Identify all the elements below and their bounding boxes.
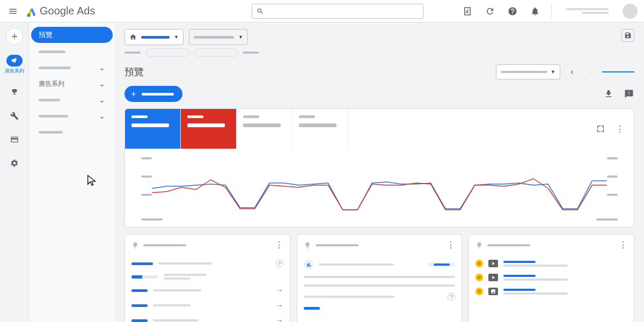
status-dot-icon (475, 288, 483, 295)
insight-cards-row: ⋮ ? → → → ⋮ (125, 234, 634, 322)
account-switcher[interactable] (561, 8, 613, 14)
bar-chart-icon (304, 260, 313, 269)
asset-row[interactable] (475, 257, 627, 270)
download-button[interactable] (603, 89, 614, 99)
gear-icon (10, 159, 19, 167)
help-icon[interactable]: ? (276, 260, 283, 267)
filter-chip[interactable] (125, 52, 141, 54)
save-view-button[interactable] (621, 29, 634, 42)
recommendation-row[interactable] (131, 270, 283, 283)
card-menu-button[interactable]: ⋮ (619, 240, 627, 250)
lightbulb-icon (304, 241, 311, 249)
new-campaign-button[interactable] (125, 86, 182, 102)
lightbulb-icon (475, 241, 483, 249)
recommendation-row[interactable]: → (131, 283, 283, 298)
filter-chip[interactable] (243, 52, 259, 54)
create-button[interactable] (6, 28, 23, 45)
line-chart (141, 157, 618, 211)
rail-campaigns[interactable]: 廣告系列 (0, 53, 28, 77)
user-avatar[interactable] (623, 4, 638, 19)
status-dot-icon (475, 260, 483, 267)
card-menu-button[interactable]: ⋮ (275, 240, 283, 250)
metric-tab-1[interactable] (125, 109, 181, 149)
scope-selectors: ▼ ▼ (125, 29, 634, 45)
megaphone-icon (10, 56, 19, 65)
chart-menu-button[interactable]: ⋮ (614, 123, 625, 134)
metric-tab-3[interactable] (237, 109, 292, 149)
search-icon (257, 8, 264, 15)
insight-row[interactable] (304, 257, 456, 273)
tools-icon (10, 112, 19, 120)
rail-campaigns-label: 廣告系列 (5, 68, 24, 75)
svg-point-0 (27, 13, 30, 17)
sidebar-item[interactable]: ⌄ (31, 60, 113, 75)
campaign-selector[interactable]: ▼ (189, 29, 248, 45)
page-title-row: 預覽 ▼ ‹ › (125, 64, 634, 79)
help-icon[interactable] (506, 5, 519, 18)
video-icon (488, 260, 498, 267)
notifications-icon[interactable] (529, 5, 541, 18)
product-name: Google Ads (40, 5, 95, 17)
sidebar-overview[interactable]: 預覽 (31, 27, 113, 43)
main-content: ▼ ▼ 預覽 ▼ ‹ › (115, 23, 644, 322)
svg-rect-2 (467, 9, 469, 13)
save-icon (624, 32, 632, 39)
sidebar-item[interactable]: ⌄ (31, 108, 113, 123)
arrow-icon: → (276, 316, 283, 322)
reports-icon[interactable] (461, 5, 474, 18)
rail-admin[interactable] (0, 155, 28, 171)
app-header: Google Ads (0, 0, 644, 23)
metric-tab-4[interactable] (292, 109, 348, 149)
card-icon (10, 135, 19, 144)
image-icon (488, 288, 498, 295)
house-icon (129, 33, 137, 41)
performance-chart-card: ⋮ (125, 108, 634, 228)
account-selector[interactable]: ▼ (125, 29, 184, 45)
filter-chips (125, 48, 634, 57)
asset-row[interactable] (475, 270, 627, 284)
expand-icon (596, 125, 605, 133)
sidebar-item[interactable] (31, 44, 113, 59)
feedback-button[interactable] (624, 89, 634, 99)
date-prev-button[interactable]: ‹ (566, 65, 579, 78)
action-row (125, 86, 634, 102)
recommendations-card: ⋮ ? → → → (125, 234, 290, 322)
sidebar-item[interactable]: ⌄ (31, 92, 113, 107)
arrow-icon: → (276, 286, 283, 295)
recommendation-row[interactable]: → (131, 298, 283, 313)
hamburger-icon[interactable] (6, 5, 19, 18)
filter-chip[interactable] (194, 48, 237, 57)
chart-body (125, 149, 634, 218)
help-icon[interactable]: ? (448, 293, 455, 301)
status-dot-icon (475, 274, 483, 281)
header-actions (461, 4, 638, 19)
search-input[interactable] (252, 4, 423, 19)
card-menu-button[interactable]: ⋮ (447, 240, 455, 250)
rail-billing[interactable] (0, 131, 28, 148)
rail-goals[interactable] (0, 84, 28, 100)
status-badge (428, 262, 455, 267)
rail-tools[interactable] (0, 108, 28, 124)
ads-logo-icon (26, 5, 38, 17)
refresh-icon[interactable] (484, 5, 496, 18)
video-icon (488, 274, 498, 281)
expand-chart-button[interactable] (595, 123, 606, 134)
date-range-selector[interactable]: ▼ (496, 64, 560, 79)
sidebar: 預覽 ⌄ 廣告系列⌄ ⌄ ⌄ (29, 23, 115, 322)
divider (551, 5, 552, 18)
page-title: 預覽 (125, 65, 144, 78)
lightbulb-icon (131, 241, 139, 249)
date-next-button: › (584, 65, 597, 78)
arrow-icon: → (276, 301, 283, 310)
sidebar-item[interactable] (31, 125, 113, 140)
sidebar-campaigns[interactable]: 廣告系列⌄ (31, 76, 113, 91)
recommendation-row[interactable]: → (131, 313, 283, 322)
trophy-icon (10, 88, 19, 97)
filter-chip[interactable] (146, 48, 189, 57)
recommendation-row[interactable]: ? (131, 257, 283, 270)
svg-rect-1 (466, 10, 467, 13)
feedback-icon (624, 89, 634, 99)
asset-row[interactable] (475, 284, 627, 298)
metric-tab-2[interactable] (181, 109, 237, 149)
product-logo[interactable]: Google Ads (26, 5, 95, 17)
